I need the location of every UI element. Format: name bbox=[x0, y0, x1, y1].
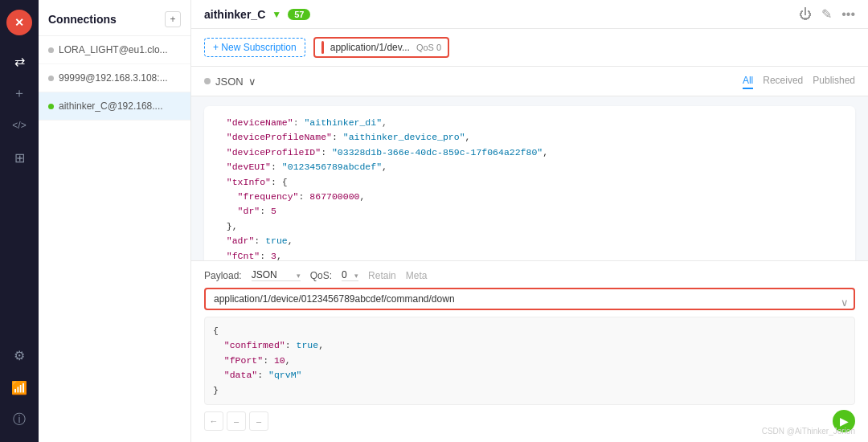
new-subscription-button[interactable]: + New Subscription bbox=[204, 38, 305, 57]
msg-line-3: "deviceProfileID": "03328d1b-366e-40dc-8… bbox=[215, 145, 844, 160]
add-connection-button[interactable]: + bbox=[165, 11, 181, 27]
watermark: CSDN @AiThinker_Jerion bbox=[762, 427, 855, 436]
status-arrow-icon[interactable]: ▼ bbox=[272, 9, 281, 20]
connection-status-dot bbox=[48, 47, 54, 53]
message-list: "deviceName": "aithinker_di", "devicePro… bbox=[191, 96, 868, 260]
message-bubble: "deviceName": "aithinker_di", "devicePro… bbox=[204, 106, 855, 260]
payload-line-0: { bbox=[213, 324, 846, 338]
msg-line-7: "dr": 5 bbox=[215, 204, 844, 219]
sidebar-item-wifi[interactable]: 📶 bbox=[6, 374, 32, 400]
subscription-topic-box: application/1/dev... QoS 0 bbox=[313, 37, 449, 58]
top-bar: aithinker_C ▼ 57 ⏻ ✎ ••• bbox=[191, 0, 868, 29]
nav-prev-button[interactable]: ← bbox=[204, 411, 223, 431]
main-content: aithinker_C ▼ 57 ⏻ ✎ ••• + New Subscript… bbox=[191, 0, 868, 442]
qos-label: QoS 0 bbox=[416, 43, 441, 52]
payload-label: Payload: bbox=[204, 270, 242, 281]
publish-area: Payload: JSON Plaintext ▾ QoS: 012 ▾ bbox=[191, 260, 868, 442]
nav-buttons: ← – – bbox=[204, 411, 268, 431]
msg-line-4: "devEUI": "0123456789abcdef", bbox=[215, 160, 844, 174]
format-chevron-icon: ∨ bbox=[248, 76, 256, 88]
messages-area: JSON ∨ All Received Published "deviceNam… bbox=[191, 67, 868, 442]
sidebar-item-settings[interactable]: ⚙ bbox=[6, 342, 32, 368]
format-status-dot bbox=[204, 78, 211, 84]
connection-name-aithinker: aithinker_C@192.168.... bbox=[59, 100, 163, 112]
message-format-selector[interactable]: JSON ∨ bbox=[204, 76, 256, 88]
top-bar-right: ⏻ ✎ ••• bbox=[799, 6, 855, 22]
topic-expand-icon: ∨ bbox=[841, 297, 849, 309]
connections-title: Connections bbox=[48, 13, 117, 26]
connection-status-dot-active bbox=[48, 104, 54, 109]
top-bar-left: aithinker_C ▼ 57 bbox=[204, 8, 310, 21]
topic-indicator bbox=[321, 41, 324, 54]
edit-icon[interactable]: ✎ bbox=[821, 6, 832, 22]
payload-line-3: "data": "qrvM" bbox=[213, 368, 846, 383]
tab-published[interactable]: Published bbox=[813, 73, 855, 89]
active-connection-name: aithinker_C bbox=[204, 8, 265, 21]
workspace: + New Subscription application/1/dev... … bbox=[191, 29, 868, 442]
msg-line-10: "fCnt": 3, bbox=[215, 249, 844, 261]
sidebar-item-info[interactable]: ⓘ bbox=[6, 407, 32, 432]
connection-name-99999: 99999@192.168.3.108:... bbox=[59, 72, 168, 84]
format-select[interactable]: JSON Plaintext bbox=[252, 269, 301, 281]
subscribe-area: + New Subscription application/1/dev... … bbox=[191, 29, 868, 67]
payload-editor[interactable]: { "confirmed": true, "fPort": 10, "data"… bbox=[204, 317, 855, 405]
message-count-badge: 57 bbox=[288, 9, 310, 20]
payload-line-close: } bbox=[213, 383, 846, 398]
tab-all[interactable]: All bbox=[743, 73, 753, 89]
topic-input-wrapper: ∨ bbox=[204, 288, 855, 317]
qos-select-wrapper: 012 ▾ bbox=[342, 269, 358, 281]
logo[interactable]: ✕ bbox=[6, 10, 32, 35]
connection-name-lora: LORA_LIGHT@eu1.clo... bbox=[59, 44, 168, 55]
sidebar-item-connections[interactable]: ⇄ bbox=[6, 48, 32, 74]
sidebar-item-code[interactable]: </> bbox=[6, 113, 32, 138]
publish-topic-input[interactable] bbox=[204, 288, 855, 310]
msg-line-2: "deviceProfileName": "aithinker_device_p… bbox=[215, 130, 844, 145]
msg-line-1: "deviceName": "aithinker_di", bbox=[215, 116, 844, 130]
publish-options: Payload: JSON Plaintext ▾ QoS: 012 ▾ bbox=[204, 269, 855, 281]
publish-controls: ← – – ▶ bbox=[204, 410, 855, 432]
connections-header: Connections + bbox=[39, 0, 190, 36]
payload-line-2: "fPort": 10, bbox=[213, 354, 846, 368]
nav-dot1-button[interactable]: – bbox=[227, 411, 246, 431]
message-tabs: All Received Published bbox=[743, 73, 855, 89]
subscription-topic: application/1/dev... bbox=[330, 42, 410, 53]
meta-label: Meta bbox=[406, 270, 428, 281]
tab-received[interactable]: Received bbox=[763, 73, 803, 89]
msg-line-8: }, bbox=[215, 219, 844, 234]
power-icon[interactable]: ⏻ bbox=[799, 7, 812, 22]
payload-line-1: "confirmed": true, bbox=[213, 338, 846, 353]
format-label: JSON bbox=[215, 76, 244, 88]
sidebar: ✕ ⇄ ＋ </> ⊞ ⚙ 📶 ⓘ bbox=[0, 0, 39, 442]
connections-panel: Connections + LORA_LIGHT@eu1.clo... 9999… bbox=[39, 0, 191, 442]
connection-item-aithinker[interactable]: aithinker_C@192.168.... bbox=[39, 92, 190, 121]
retain-label: Retain bbox=[368, 270, 396, 281]
qos-publish-label: QoS: bbox=[310, 270, 332, 281]
message-header: JSON ∨ All Received Published bbox=[191, 67, 868, 96]
more-icon[interactable]: ••• bbox=[841, 7, 855, 22]
sidebar-item-add[interactable]: ＋ bbox=[6, 80, 32, 106]
connection-item-lora[interactable]: LORA_LIGHT@eu1.clo... bbox=[39, 36, 190, 64]
nav-dot2-button[interactable]: – bbox=[249, 411, 268, 431]
msg-line-5: "txInfo": { bbox=[215, 175, 844, 190]
connection-status-dot bbox=[48, 76, 54, 81]
sidebar-item-grid[interactable]: ⊞ bbox=[6, 145, 32, 170]
connection-item-99999[interactable]: 99999@192.168.3.108:... bbox=[39, 64, 190, 92]
format-select-wrapper: JSON Plaintext ▾ bbox=[252, 269, 301, 281]
msg-line-9: "adr": true, bbox=[215, 234, 844, 248]
qos-select[interactable]: 012 bbox=[342, 269, 358, 281]
msg-line-6: "frequency": 867700000, bbox=[215, 190, 844, 204]
